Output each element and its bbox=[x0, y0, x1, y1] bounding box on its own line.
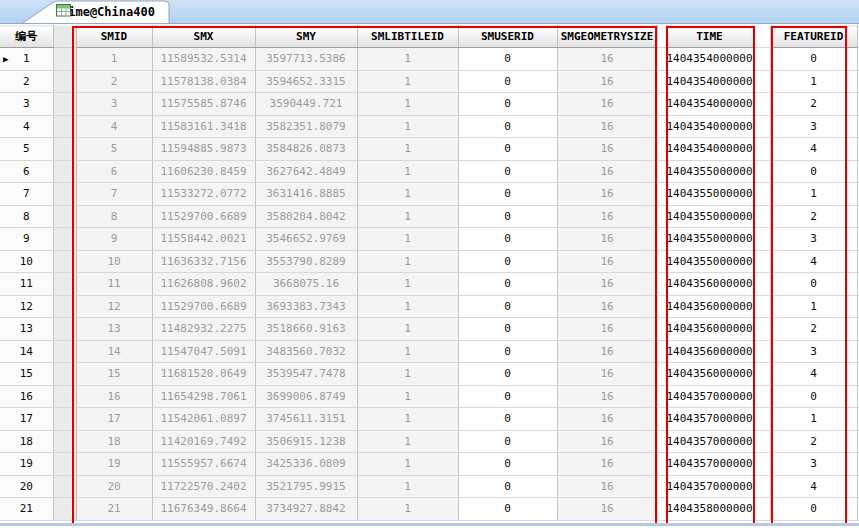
cell-time[interactable]: 1404356000000 bbox=[666, 318, 753, 341]
cell-smx[interactable]: 11589532.5314 bbox=[152, 48, 255, 71]
cell-smlibtileid[interactable]: 1 bbox=[357, 138, 458, 161]
cell-time[interactable]: 1404356000000 bbox=[666, 363, 753, 386]
cell-smy[interactable]: 3546652.9769 bbox=[255, 228, 357, 251]
cell-featureid[interactable]: 2 bbox=[770, 205, 857, 228]
cell-featureid[interactable]: 0 bbox=[770, 48, 857, 71]
cell-time[interactable]: 1404354000000 bbox=[666, 48, 753, 71]
cell-smlibtileid[interactable]: 1 bbox=[357, 205, 458, 228]
cell-smlibtileid[interactable]: 1 bbox=[357, 408, 458, 431]
cell-smlibtileid[interactable]: 1 bbox=[357, 48, 458, 71]
cell-featureid[interactable]: 2 bbox=[770, 93, 857, 116]
cell-time[interactable]: 1404354000000 bbox=[666, 138, 753, 161]
cell-smgeometrysize[interactable]: 16 bbox=[557, 385, 657, 408]
cell-smgeometrysize[interactable]: 16 bbox=[557, 273, 657, 296]
cell-time[interactable]: 1404357000000 bbox=[666, 385, 753, 408]
row-header[interactable]: 14 bbox=[0, 340, 53, 363]
cell-smy[interactable]: 3483560.7032 bbox=[255, 340, 357, 363]
cell-time[interactable]: 1404355000000 bbox=[666, 160, 753, 183]
cell-smy[interactable]: 3734927.8842 bbox=[255, 498, 357, 521]
cell-featureid[interactable]: 1 bbox=[770, 295, 857, 318]
cell-smid[interactable]: 13 bbox=[76, 318, 152, 341]
cell-smgeometrysize[interactable]: 16 bbox=[557, 498, 657, 521]
cell-smlibtileid[interactable]: 1 bbox=[357, 115, 458, 138]
tab-time-china400[interactable]: time@China400 bbox=[22, 0, 174, 23]
cell-smgeometrysize[interactable]: 16 bbox=[557, 250, 657, 273]
cell-smid[interactable]: 5 bbox=[76, 138, 152, 161]
cell-smlibtileid[interactable]: 1 bbox=[357, 475, 458, 498]
cell-smuserid[interactable]: 0 bbox=[458, 70, 557, 93]
cell-smy[interactable]: 3590449.721 bbox=[255, 93, 357, 116]
cell-smgeometrysize[interactable]: 16 bbox=[557, 453, 657, 476]
cell-smy[interactable]: 3594652.3315 bbox=[255, 70, 357, 93]
cell-smy[interactable]: 3745611.3151 bbox=[255, 408, 357, 431]
cell-smlibtileid[interactable]: 1 bbox=[357, 70, 458, 93]
row-header[interactable]: 12 bbox=[0, 295, 53, 318]
cell-smuserid[interactable]: 0 bbox=[458, 48, 557, 71]
cell-smx[interactable]: 11482932.2275 bbox=[152, 318, 255, 341]
cell-smgeometrysize[interactable]: 16 bbox=[557, 228, 657, 251]
cell-time[interactable]: 1404355000000 bbox=[666, 183, 753, 206]
cell-smlibtileid[interactable]: 1 bbox=[357, 295, 458, 318]
cell-smuserid[interactable]: 0 bbox=[458, 430, 557, 453]
row-header[interactable]: 9 bbox=[0, 228, 53, 251]
cell-smid[interactable]: 19 bbox=[76, 453, 152, 476]
row-header[interactable]: 10 bbox=[0, 250, 53, 273]
cell-smx[interactable]: 11558442.0021 bbox=[152, 228, 255, 251]
cell-featureid[interactable]: 1 bbox=[770, 183, 857, 206]
cell-smid[interactable]: 8 bbox=[76, 205, 152, 228]
cell-smx[interactable]: 11636332.7156 bbox=[152, 250, 255, 273]
cell-featureid[interactable]: 0 bbox=[770, 273, 857, 296]
cell-smuserid[interactable]: 0 bbox=[458, 498, 557, 521]
cell-smuserid[interactable]: 0 bbox=[458, 250, 557, 273]
cell-smx[interactable]: 11529700.6689 bbox=[152, 295, 255, 318]
row-header[interactable]: 1▶ bbox=[0, 48, 53, 71]
column-header-smy[interactable]: SMY bbox=[255, 26, 357, 48]
cell-smlibtileid[interactable]: 1 bbox=[357, 273, 458, 296]
cell-smgeometrysize[interactable]: 16 bbox=[557, 160, 657, 183]
cell-smuserid[interactable]: 0 bbox=[458, 228, 557, 251]
cell-smx[interactable]: 11542061.0897 bbox=[152, 408, 255, 431]
cell-featureid[interactable]: 4 bbox=[770, 250, 857, 273]
cell-smid[interactable]: 4 bbox=[76, 115, 152, 138]
column-header-featureid[interactable]: FEATUREID bbox=[770, 26, 857, 48]
cell-smuserid[interactable]: 0 bbox=[458, 363, 557, 386]
cell-smlibtileid[interactable]: 1 bbox=[357, 385, 458, 408]
cell-time[interactable]: 1404355000000 bbox=[666, 205, 753, 228]
cell-smy[interactable]: 3668075.16 bbox=[255, 273, 357, 296]
row-header[interactable]: 18 bbox=[0, 430, 53, 453]
column-header-time[interactable]: TIME bbox=[666, 26, 753, 48]
cell-smlibtileid[interactable]: 1 bbox=[357, 363, 458, 386]
cell-smuserid[interactable]: 0 bbox=[458, 205, 557, 228]
row-header[interactable]: 4 bbox=[0, 115, 53, 138]
row-header[interactable]: 13 bbox=[0, 318, 53, 341]
row-header[interactable]: 3 bbox=[0, 93, 53, 116]
cell-smuserid[interactable]: 0 bbox=[458, 318, 557, 341]
cell-smid[interactable]: 16 bbox=[76, 385, 152, 408]
cell-smy[interactable]: 3425336.0809 bbox=[255, 453, 357, 476]
cell-smuserid[interactable]: 0 bbox=[458, 183, 557, 206]
cell-smlibtileid[interactable]: 1 bbox=[357, 228, 458, 251]
cell-smx[interactable]: 11583161.3418 bbox=[152, 115, 255, 138]
cell-smx[interactable]: 11529700.6689 bbox=[152, 205, 255, 228]
cell-time[interactable]: 1404355000000 bbox=[666, 250, 753, 273]
row-header[interactable]: 5 bbox=[0, 138, 53, 161]
cell-featureid[interactable]: 4 bbox=[770, 138, 857, 161]
column-header-smx[interactable]: SMX bbox=[152, 26, 255, 48]
cell-time[interactable]: 1404358000000 bbox=[666, 498, 753, 521]
cell-smx[interactable]: 11654298.7061 bbox=[152, 385, 255, 408]
row-header[interactable]: 21 bbox=[0, 498, 53, 521]
cell-smuserid[interactable]: 0 bbox=[458, 138, 557, 161]
cell-time[interactable]: 1404357000000 bbox=[666, 408, 753, 431]
cell-smuserid[interactable]: 0 bbox=[458, 408, 557, 431]
cell-smgeometrysize[interactable]: 16 bbox=[557, 48, 657, 71]
cell-smid[interactable]: 10 bbox=[76, 250, 152, 273]
row-header[interactable]: 20 bbox=[0, 475, 53, 498]
cell-smy[interactable]: 3518660.9163 bbox=[255, 318, 357, 341]
cell-smgeometrysize[interactable]: 16 bbox=[557, 70, 657, 93]
cell-time[interactable]: 1404356000000 bbox=[666, 340, 753, 363]
cell-smlibtileid[interactable]: 1 bbox=[357, 250, 458, 273]
cell-featureid[interactable]: 3 bbox=[770, 453, 857, 476]
column-header-smuserid[interactable]: SMUSERID bbox=[458, 26, 557, 48]
row-header[interactable]: 17 bbox=[0, 408, 53, 431]
cell-featureid[interactable]: 3 bbox=[770, 340, 857, 363]
